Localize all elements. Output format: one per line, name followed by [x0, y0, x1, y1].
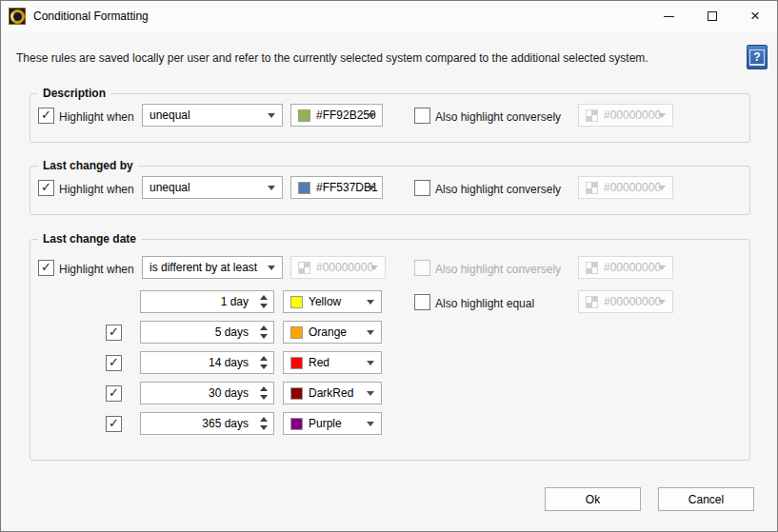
threshold-days-spinner[interactable]: 14 days	[140, 351, 274, 374]
last-changed-by-conversely-color-value: #00000000	[604, 181, 661, 194]
description-conversely-color-combo: #00000000	[578, 104, 673, 127]
description-conversely-checkbox[interactable]	[414, 108, 430, 124]
group-last-change-date-title: Last change date	[38, 232, 141, 246]
app-icon	[9, 8, 26, 25]
chevron-down-icon	[368, 113, 375, 118]
help-book-icon: ?	[749, 49, 764, 65]
threshold-color-name: Orange	[309, 325, 347, 339]
threshold-row-checkbox[interactable]	[106, 355, 122, 371]
threshold-days-spinner[interactable]: 1 day	[140, 290, 274, 313]
transparent-color-swatch	[586, 262, 598, 274]
description-highlight-label: Highlight when	[59, 109, 134, 125]
threshold-days-spinner[interactable]: 5 days	[140, 321, 274, 344]
titlebar: Conditional Formatting ×	[1, 1, 777, 31]
last-changed-by-conversely-label: Also highlight conversely	[435, 182, 561, 197]
threshold-color-name: DarkRed	[309, 386, 353, 400]
intro-text: These rules are saved locally per user a…	[16, 51, 648, 65]
last-change-date-equal-color-value: #00000000	[604, 295, 661, 308]
spin-up-icon[interactable]	[260, 295, 268, 300]
window-title: Conditional Formatting	[33, 1, 149, 31]
threshold-color-combo[interactable]: Orange	[283, 321, 382, 344]
spinner-arrows	[260, 322, 268, 343]
description-color-combo[interactable]: #FF92B250	[290, 104, 383, 127]
threshold-row-checkbox[interactable]	[106, 325, 122, 341]
threshold-row-checkbox[interactable]	[106, 416, 122, 432]
chevron-down-icon	[268, 113, 275, 118]
ok-button[interactable]: Ok	[545, 487, 641, 511]
close-icon: ×	[750, 8, 760, 24]
spin-up-icon[interactable]	[260, 417, 268, 422]
threshold-color-name: Yellow	[309, 295, 341, 308]
description-conversely-label: Also highlight conversely	[435, 109, 561, 125]
last-change-date-equal-label: Also highlight equal	[435, 296, 534, 311]
spin-down-icon[interactable]	[260, 334, 268, 339]
spin-down-icon[interactable]	[260, 395, 268, 400]
spin-down-icon[interactable]	[260, 425, 268, 430]
last-changed-by-conversely-checkbox[interactable]	[414, 180, 430, 196]
minimize-icon	[664, 16, 674, 17]
threshold-row-checkbox[interactable]	[106, 385, 122, 402]
help-button[interactable]: ?	[747, 45, 768, 69]
last-change-date-conversely-checkbox	[414, 260, 430, 276]
close-button[interactable]: ×	[733, 1, 777, 31]
last-change-date-equal-checkbox[interactable]	[414, 294, 430, 310]
threshold-days-spinner[interactable]: 30 days	[140, 382, 274, 404]
spin-down-icon[interactable]	[260, 304, 268, 308]
chevron-down-icon	[268, 186, 275, 190]
threshold-color-combo[interactable]: Red	[283, 351, 382, 374]
threshold-color-combo[interactable]: DarkRed	[283, 382, 382, 404]
spinner-arrows	[260, 413, 268, 434]
chevron-down-icon	[367, 330, 374, 335]
last-change-date-equal-color-combo: #00000000	[578, 290, 673, 313]
threshold-color-combo[interactable]: Purple	[283, 412, 382, 435]
last-changed-by-operator-combo[interactable]: unequal	[142, 176, 283, 199]
app-icon-ring	[10, 10, 25, 24]
ok-button-label: Ok	[586, 493, 600, 506]
last-changed-by-color-combo[interactable]: #FF537DB1	[290, 176, 383, 199]
spin-up-icon[interactable]	[260, 386, 268, 391]
threshold-color-swatch	[290, 326, 303, 339]
last-changed-by-color-swatch	[298, 182, 310, 194]
chevron-down-icon	[658, 186, 666, 190]
threshold-color-swatch	[290, 387, 303, 400]
chevron-down-icon	[370, 266, 378, 270]
maximize-icon	[708, 11, 717, 21]
last-change-date-operator-combo[interactable]: is different by at least	[142, 256, 283, 279]
threshold-days-spinner[interactable]: 365 days	[140, 412, 274, 435]
transparent-color-swatch	[586, 296, 598, 308]
chevron-down-icon	[367, 361, 374, 365]
transparent-color-swatch	[586, 182, 598, 194]
minimize-button[interactable]	[647, 1, 690, 31]
chevron-down-icon	[658, 300, 666, 305]
chevron-down-icon	[367, 300, 374, 305]
chevron-down-icon	[367, 422, 374, 426]
description-operator-value: unequal	[150, 108, 190, 122]
last-changed-by-highlight-label: Highlight when	[59, 182, 134, 197]
last-change-date-operator-color-combo: #00000000	[290, 256, 386, 279]
threshold-color-swatch	[290, 418, 303, 430]
transparent-color-swatch	[298, 262, 310, 274]
threshold-color-combo[interactable]: Yellow	[283, 290, 382, 313]
description-operator-combo[interactable]: unequal	[142, 104, 283, 127]
help-book-pages	[749, 64, 765, 66]
description-highlight-checkbox[interactable]	[38, 108, 54, 124]
description-conversely-color-value: #00000000	[604, 108, 661, 122]
cancel-button-label: Cancel	[688, 493, 724, 506]
spin-up-icon[interactable]	[260, 325, 268, 330]
last-change-date-operator-value: is different by at least	[150, 261, 257, 274]
threshold-color-name: Purple	[309, 417, 342, 430]
threshold-color-name: Red	[309, 356, 329, 369]
last-change-date-highlight-label: Highlight when	[59, 262, 134, 277]
last-changed-by-conversely-color-combo: #00000000	[578, 176, 673, 199]
spinner-arrows	[260, 291, 268, 312]
last-changed-by-highlight-checkbox[interactable]	[38, 180, 54, 196]
cancel-button[interactable]: Cancel	[658, 487, 754, 511]
last-changed-by-operator-value: unequal	[150, 181, 190, 194]
spin-down-icon[interactable]	[260, 365, 268, 369]
description-color-swatch	[298, 109, 310, 122]
last-change-date-conversely-label: Also highlight conversely	[435, 262, 561, 277]
spin-up-icon[interactable]	[260, 356, 268, 361]
last-change-date-highlight-checkbox[interactable]	[38, 260, 54, 276]
maximize-button[interactable]	[690, 1, 734, 31]
threshold-days-value: 30 days	[209, 386, 249, 400]
